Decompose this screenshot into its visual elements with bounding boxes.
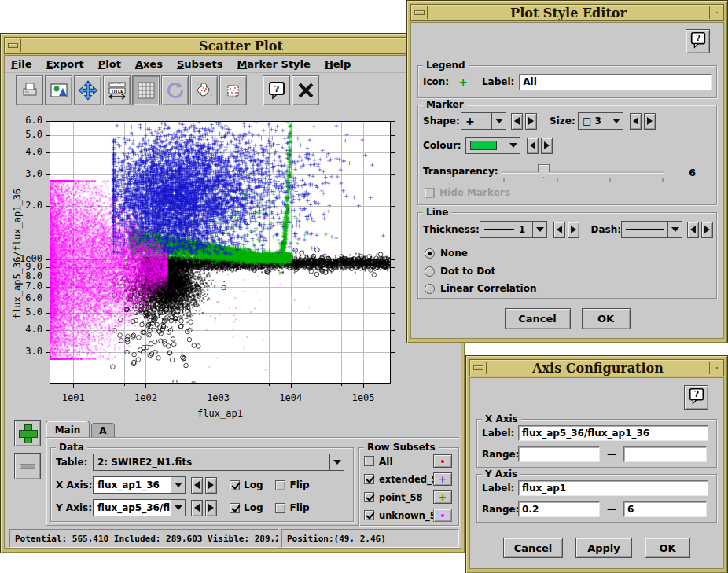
help-button[interactable]: ? (686, 29, 710, 53)
blob-subset-button[interactable] (190, 75, 218, 105)
replot-button[interactable] (161, 75, 189, 105)
cancel-button[interactable]: Cancel (505, 308, 571, 329)
legend-label-field[interactable]: All (519, 74, 712, 90)
colour-next-button[interactable] (541, 138, 553, 154)
shape-combo[interactable]: + (461, 112, 506, 130)
combo-arrow-icon[interactable] (491, 113, 506, 129)
line-preview (484, 229, 514, 230)
x-axis-prev-button[interactable] (191, 477, 203, 494)
axis-labels-button[interactable]: TITLE (103, 75, 131, 105)
minimize-button[interactable] (412, 6, 428, 19)
hide-markers-checkbox[interactable] (425, 188, 435, 198)
add-dataset-button[interactable] (14, 420, 41, 446)
y-range-min-field[interactable]: 0.2 (518, 501, 600, 517)
axis-config-titlebar[interactable]: Axis Configuration (469, 359, 724, 376)
shape-next-button[interactable] (525, 113, 537, 130)
subset-unknown-checkbox[interactable] (364, 510, 374, 520)
close-button[interactable] (292, 75, 319, 105)
menu-help[interactable]: Help (325, 58, 351, 70)
box-subset-button[interactable] (219, 75, 247, 105)
apply-button[interactable]: Apply (575, 538, 632, 558)
transparency-slider-track[interactable] (502, 171, 664, 174)
grid-toggle-button[interactable] (132, 75, 160, 105)
combo-arrow-icon[interactable] (171, 477, 185, 493)
menubar: File Export Plot Axes Subsets Marker Sty… (5, 56, 461, 73)
resize-plot-button[interactable] (74, 75, 101, 105)
line-linear-correlation-radio[interactable] (425, 284, 435, 294)
y-axis-combo[interactable]: flux_ap5_36/flux (93, 499, 186, 516)
subset-point-style-button[interactable]: + (433, 490, 452, 504)
subset-point-checkbox[interactable] (364, 492, 374, 502)
y-axis-prev-button[interactable] (191, 500, 203, 516)
thickness-combo[interactable]: 1 (480, 221, 548, 238)
y-log-checkbox[interactable] (230, 503, 240, 513)
print-button[interactable] (16, 75, 43, 105)
size-combo[interactable]: □ 3 (578, 112, 623, 130)
plot-canvas[interactable] (46, 117, 395, 388)
minimize-button[interactable] (6, 39, 21, 52)
subset-unknown-style-button[interactable] (433, 509, 452, 522)
x-axis-combo[interactable]: flux_ap1_36 (93, 476, 186, 494)
remove-dataset-button[interactable] (14, 453, 41, 479)
ok-button[interactable]: OK (645, 538, 690, 558)
menu-marker-style[interactable]: Marker Style (237, 58, 311, 70)
corner-handle[interactable] (709, 362, 723, 374)
minimize-button[interactable] (471, 362, 487, 374)
y-label-field[interactable]: flux_ap1 (518, 480, 708, 496)
thickness-label: Thickness: (423, 224, 480, 235)
colour-combo[interactable] (465, 137, 520, 154)
x-label-field[interactable]: flux_ap5_36/flux_ap1_36 (518, 425, 708, 441)
subset-extended-checkbox[interactable] (364, 474, 374, 484)
combo-arrow-icon[interactable] (506, 138, 520, 153)
dash-next-button[interactable] (701, 222, 713, 238)
menu-subsets[interactable]: Subsets (177, 58, 222, 70)
table-combo[interactable]: 2: SWIRE2_N1.fits (93, 454, 344, 471)
x-range-min-field[interactable] (518, 446, 600, 462)
dash-prev-button[interactable] (687, 222, 699, 238)
help-button[interactable]: ? (684, 385, 708, 410)
ok-button[interactable]: OK (582, 308, 631, 329)
dialog-buttons: Cancel OK (411, 308, 723, 329)
export-image-button[interactable] (45, 75, 72, 105)
menu-export[interactable]: Export (46, 58, 84, 70)
x-log-checkbox[interactable] (230, 480, 240, 490)
transparency-value: 6 (689, 167, 696, 178)
y-tick-label: 3.0 (9, 346, 42, 357)
y-flip-checkbox[interactable] (275, 503, 285, 513)
subset-all-style-button[interactable] (433, 454, 452, 468)
scatter-window-titlebar[interactable]: Scatter Plot (4, 37, 461, 54)
size-prev-button[interactable] (630, 113, 642, 130)
window-title: Axis Configuration (487, 361, 709, 376)
shape-prev-button[interactable] (511, 113, 523, 130)
size-next-button[interactable] (644, 113, 656, 130)
combo-arrow-icon[interactable] (171, 500, 185, 516)
y-range-max-field[interactable]: 6 (623, 501, 707, 517)
line-none-radio[interactable] (425, 248, 435, 259)
menu-file[interactable]: File (11, 58, 32, 70)
dash-combo[interactable] (621, 221, 682, 238)
x-axis-next-button[interactable] (205, 477, 217, 494)
menu-axes[interactable]: Axes (135, 58, 163, 70)
thickness-next-button[interactable] (568, 222, 579, 238)
tab-a[interactable]: A (91, 423, 115, 438)
box-subset-icon (223, 80, 244, 101)
x-range-max-field[interactable] (623, 446, 707, 462)
combo-arrow-icon[interactable] (609, 113, 623, 129)
subset-all-checkbox[interactable] (364, 456, 374, 466)
tab-main[interactable]: Main (46, 421, 90, 438)
colour-prev-button[interactable] (527, 138, 539, 154)
subset-extended-style-button[interactable]: + (433, 472, 452, 486)
y-axis-label: Y Axis: (56, 502, 93, 513)
thickness-prev-button[interactable] (553, 222, 565, 238)
combo-arrow-icon[interactable] (532, 222, 546, 237)
cancel-button[interactable]: Cancel (503, 538, 563, 558)
y-axis-next-button[interactable] (205, 500, 217, 516)
line-dot-to-dot-radio[interactable] (425, 266, 435, 277)
menu-plot[interactable]: Plot (98, 58, 121, 70)
combo-arrow-icon[interactable] (667, 222, 682, 237)
combo-arrow-icon[interactable] (329, 454, 344, 470)
corner-handle[interactable] (709, 6, 723, 19)
help-button[interactable]: ? (263, 75, 290, 105)
style-editor-titlebar[interactable]: Plot Style Editor (410, 4, 724, 21)
x-flip-checkbox[interactable] (275, 480, 285, 490)
